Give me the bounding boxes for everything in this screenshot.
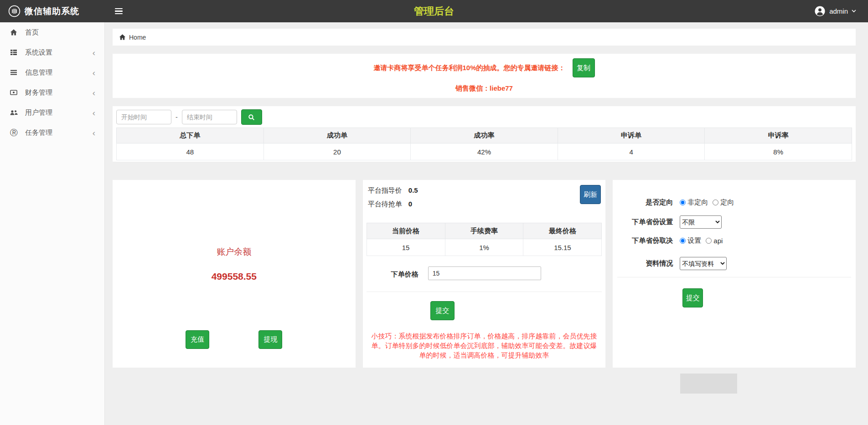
stats-panel: - 总下单 成功单 成功率 申诉单 申诉率 48 20 42%: [113, 106, 856, 162]
price-table-value: 15: [367, 239, 445, 256]
breadcrumb-home-link[interactable]: Home: [129, 34, 146, 41]
stats-value: 42%: [411, 143, 558, 160]
price-table-header: 手续费率: [445, 223, 523, 239]
users-icon: [10, 109, 20, 116]
main-content: Home 邀请卡商将享受单个任务利润10%的抽成。您的专属邀请链接： 复制 销售…: [105, 22, 868, 425]
price-table: 当前价格 手续费率 最终价格 15 1% 15.15: [367, 223, 602, 256]
price-table-value: 15.15: [523, 239, 602, 256]
sidebar-item-home[interactable]: 首页: [0, 22, 104, 42]
balance-value: 499558.55: [113, 271, 356, 282]
chevron-left-icon: ‹: [93, 128, 95, 137]
money-icon: [10, 89, 20, 96]
sidebar-item-system-settings[interactable]: 系统设置 ‹: [0, 42, 104, 62]
sidebar-item-info-management[interactable]: 信息管理 ‹: [0, 62, 104, 82]
chevron-left-icon: ‹: [93, 108, 95, 117]
invite-notice-card: 邀请卡商将享受单个任务利润10%的抽成。您的专属邀请链接： 复制 销售微信：li…: [113, 54, 856, 98]
search-button[interactable]: [241, 109, 262, 125]
brand-title: 微信辅助系统: [25, 5, 79, 17]
province-src-label: 下单省份取决: [613, 236, 673, 245]
divider: [617, 277, 851, 277]
date-range-separator: -: [176, 113, 178, 121]
price-table-header: 最终价格: [523, 223, 602, 239]
pending-orders-value: 0: [408, 200, 412, 208]
balance-label: 账户余额: [113, 246, 356, 258]
chevron-left-icon: ‹: [93, 68, 95, 77]
home-icon: [10, 29, 20, 36]
sidebar-item-user-management[interactable]: 用户管理 ‹: [0, 102, 104, 123]
guide-price-value: 0.5: [408, 186, 418, 194]
pricing-card: 平台指导价 0.5 平台待抢单 0 刷新 当前价格 手续费率 最终价格 15: [363, 180, 606, 368]
province-set-label: 下单省份设置: [613, 218, 673, 226]
stats-value: 4: [558, 143, 705, 160]
stats-value: 48: [117, 143, 264, 160]
stats-header: 申诉单: [558, 128, 705, 143]
stats-table: 总下单 成功单 成功率 申诉单 申诉率 48 20 42% 4 8%: [116, 128, 852, 160]
home-icon: [119, 34, 126, 41]
top-navbar: 微信辅助系统 管理后台 admin: [0, 0, 868, 22]
th-list-icon: [10, 49, 20, 56]
withdraw-button[interactable]: 提现: [258, 330, 282, 349]
user-menu[interactable]: admin: [814, 5, 868, 17]
sidebar-item-task-management[interactable]: Ⓡ 任务管理 ‹: [0, 123, 104, 143]
stats-header: 成功单: [264, 128, 411, 143]
chevron-left-icon: ‹: [93, 48, 95, 57]
end-time-input[interactable]: [182, 110, 237, 124]
direction-label: 是否定向: [613, 198, 673, 207]
registered-icon: Ⓡ: [10, 128, 20, 138]
brand[interactable]: 微信辅助系统: [0, 0, 105, 22]
username: admin: [829, 7, 848, 15]
guide-price-label: 平台指导价: [368, 186, 402, 194]
pricing-tips-text: 小技巧：系统根据发布价格排序订单，价格越高，排序越靠前，会员优先接单。订单特别多…: [369, 331, 599, 360]
page-title: 管理后台: [0, 5, 868, 18]
price-table-header: 当前价格: [367, 223, 445, 239]
overlay-artifact: [680, 374, 737, 394]
stats-header: 申诉率: [705, 128, 852, 143]
stats-header: 成功率: [411, 128, 558, 143]
stats-header: 总下单: [117, 128, 264, 143]
search-icon: [248, 114, 255, 121]
radio-non-directed[interactable]: 非定向: [680, 198, 708, 207]
invite-notice-text: 邀请卡商将享受单个任务利润10%的抽成。您的专属邀请链接：: [373, 64, 565, 72]
hamburger-menu-icon[interactable]: [112, 5, 125, 17]
order-settings-card: 是否定向 非定向 定向 下单省份设置 不限 下单省份取决 设置: [613, 180, 856, 368]
settings-submit-button[interactable]: 提交: [682, 288, 703, 307]
price-table-value: 1%: [445, 239, 523, 256]
sidebar: 首页 系统设置 ‹ 信息管理 ‹ 财务管理 ‹ 用户管理 ‹ Ⓡ 任务管理 ‹: [0, 22, 105, 425]
list-icon: [10, 69, 20, 76]
stats-value: 20: [264, 143, 411, 160]
profile-select[interactable]: 不填写资料: [680, 257, 727, 270]
breadcrumb: Home: [113, 29, 856, 46]
balance-card: 账户余额 499558.55 充值 提现: [113, 180, 356, 368]
stats-value: 8%: [705, 143, 852, 160]
profile-label: 资料情况: [613, 259, 673, 268]
radio-api[interactable]: api: [706, 237, 723, 245]
order-price-label: 下单价格: [391, 270, 418, 279]
brand-logo-icon: [8, 5, 21, 17]
chevron-left-icon: ‹: [93, 88, 95, 97]
chevron-down-icon: [852, 10, 856, 13]
price-submit-button[interactable]: 提交: [430, 301, 455, 320]
radio-setting[interactable]: 设置: [680, 236, 701, 245]
avatar-icon: [814, 5, 826, 17]
pending-orders-label: 平台待抢单: [368, 200, 402, 208]
sales-wechat-text: 销售微信：liebe77: [455, 84, 513, 92]
recharge-button[interactable]: 充值: [186, 330, 209, 349]
start-time-input[interactable]: [116, 110, 171, 124]
refresh-button[interactable]: 刷新: [580, 185, 601, 204]
divider: [367, 292, 602, 292]
copy-link-button[interactable]: 复制: [573, 58, 595, 77]
sidebar-item-finance-management[interactable]: 财务管理 ‹: [0, 82, 104, 102]
radio-directed[interactable]: 定向: [713, 198, 734, 207]
order-price-input[interactable]: [428, 266, 541, 280]
province-select[interactable]: 不限: [680, 215, 722, 229]
